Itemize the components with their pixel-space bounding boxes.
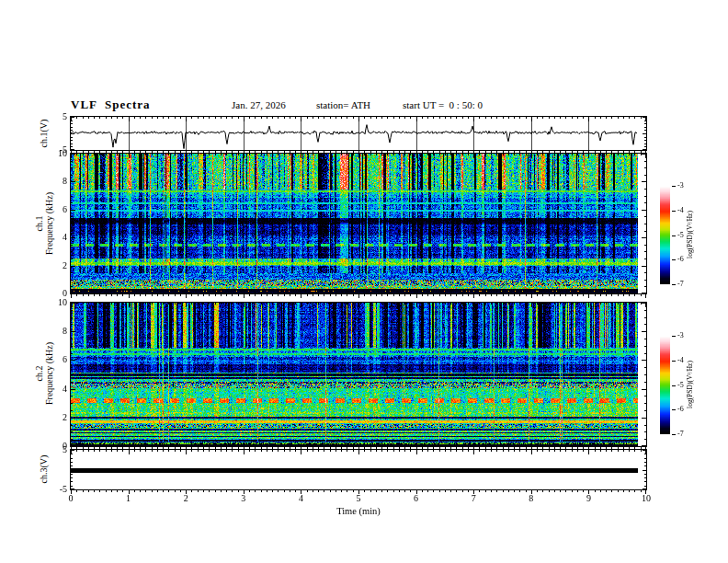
- x-minor-tick: [99, 450, 100, 452]
- x-minor-tick: [370, 154, 371, 155]
- x-minor-tick: [618, 490, 619, 492]
- x-minor-tick: [215, 303, 216, 304]
- x-minor-tick: [606, 294, 607, 296]
- x-minor-tick: [117, 303, 118, 304]
- x-minor-tick: [76, 490, 77, 492]
- x-minor-tick: [215, 294, 216, 296]
- y-minor-tick: [71, 339, 73, 339]
- x-minor-tick: [399, 490, 400, 492]
- x-minor-tick: [537, 303, 538, 304]
- x-minor-tick: [542, 450, 543, 452]
- x-minor-tick: [496, 294, 497, 296]
- x-minor-tick: [376, 154, 377, 155]
- x-minor-tick: [549, 450, 550, 452]
- x-minor-tick: [191, 294, 192, 296]
- x-minor-tick: [450, 450, 451, 452]
- x-minor-tick: [215, 490, 216, 492]
- x-minor-tick: [629, 294, 630, 296]
- x-minor-tick: [341, 294, 342, 296]
- x-minor-tick: [180, 294, 181, 296]
- x-minor-tick: [450, 294, 451, 296]
- x-minor-tick: [88, 154, 89, 155]
- x-minor-tick: [191, 490, 192, 492]
- x-minor-tick: [272, 303, 273, 304]
- x-minor-tick: [427, 490, 428, 492]
- x-minor-tick: [324, 117, 324, 119]
- x-minor-tick: [623, 450, 624, 452]
- x-minor-tick: [232, 294, 233, 296]
- x-major-tick: [244, 294, 245, 298]
- y-tick-label: -5: [36, 484, 67, 495]
- x-minor-tick: [272, 294, 273, 296]
- y-minor-tick: [644, 454, 646, 454]
- x-major-tick: [301, 450, 301, 454]
- x-minor-tick: [491, 117, 492, 119]
- ch1-frequency-axis-label-line2: Frequency (kHz): [44, 192, 54, 255]
- y-major-tick: [71, 360, 75, 361]
- x-minor-tick: [278, 154, 279, 155]
- x-minor-tick: [433, 490, 434, 492]
- x-major-tick: [358, 303, 359, 307]
- x-minor-tick: [387, 117, 388, 119]
- x-minor-tick: [307, 303, 308, 304]
- y-minor-tick: [71, 477, 73, 478]
- x-minor-tick: [278, 303, 279, 304]
- x-minor-tick: [641, 294, 642, 296]
- x-minor-tick: [168, 117, 169, 119]
- y-minor-tick: [644, 410, 646, 411]
- x-minor-tick: [410, 154, 411, 155]
- colorbar-tick: [672, 385, 676, 386]
- y-major-tick: [71, 154, 75, 155]
- x-minor-tick: [83, 490, 84, 492]
- x-minor-tick: [261, 154, 262, 155]
- x-minor-tick: [284, 450, 285, 452]
- x-minor-tick: [330, 154, 331, 155]
- x-minor-tick: [99, 117, 100, 119]
- x-tick-label: 5: [347, 493, 370, 504]
- ch1-waveform-canvas: [71, 117, 638, 150]
- y-minor-tick: [71, 474, 73, 475]
- y-minor-tick: [71, 462, 73, 463]
- x-minor-tick: [106, 117, 107, 119]
- y-major-tick: [71, 389, 75, 390]
- x-major-tick: [71, 294, 72, 298]
- x-minor-tick: [180, 117, 181, 119]
- x-minor-tick: [618, 294, 619, 296]
- x-minor-tick: [290, 294, 290, 296]
- x-minor-tick: [508, 490, 509, 492]
- x-minor-tick: [554, 117, 555, 119]
- x-minor-tick: [238, 117, 239, 119]
- x-minor-tick: [255, 303, 256, 304]
- x-major-tick: [244, 154, 245, 158]
- x-minor-tick: [376, 117, 377, 119]
- x-major-tick: [186, 294, 187, 298]
- x-minor-tick: [221, 294, 222, 296]
- x-minor-tick: [249, 294, 250, 296]
- x-minor-tick: [284, 154, 285, 155]
- ch1-colorbar-canvas: [660, 186, 670, 284]
- x-minor-tick: [519, 117, 520, 119]
- x-major-tick: [358, 154, 359, 158]
- x-minor-tick: [313, 294, 313, 296]
- x-minor-tick: [152, 154, 153, 155]
- x-minor-tick: [347, 490, 347, 492]
- y-minor-tick: [644, 425, 646, 426]
- ch2-frequency-axis-label-line1: ch.2: [34, 366, 44, 382]
- x-minor-tick: [549, 303, 550, 304]
- colorbar-tick: [672, 211, 676, 212]
- ch3-voltage-axis-label: ch.3(V): [39, 455, 49, 484]
- y-tick-label: 2: [36, 412, 67, 423]
- x-minor-tick: [433, 154, 434, 155]
- x-minor-tick: [76, 303, 77, 304]
- y-minor-tick: [71, 486, 73, 487]
- x-tick-label: 9: [577, 493, 599, 504]
- x-minor-tick: [623, 294, 624, 296]
- x-minor-tick: [318, 450, 319, 452]
- x-minor-tick: [76, 117, 77, 119]
- x-minor-tick: [347, 303, 347, 304]
- x-minor-tick: [267, 303, 267, 304]
- x-minor-tick: [600, 490, 601, 492]
- y-major-tick: [71, 210, 75, 211]
- x-minor-tick: [485, 490, 486, 492]
- x-minor-tick: [249, 450, 250, 452]
